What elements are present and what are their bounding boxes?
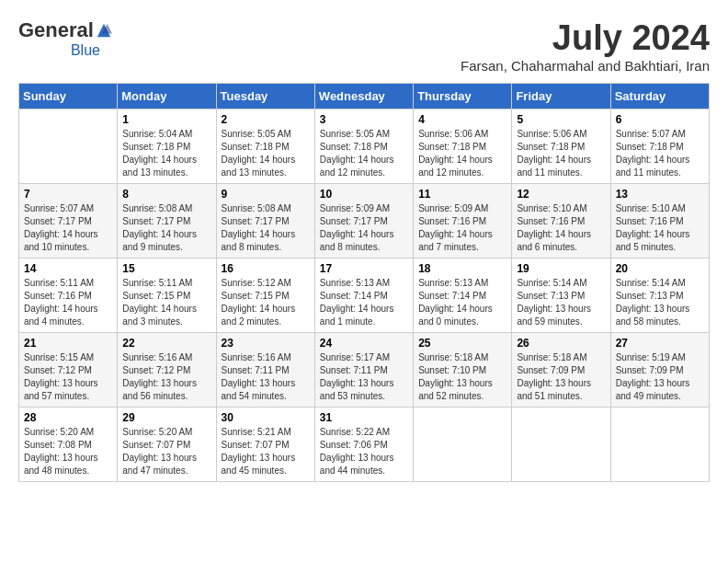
day-number: 10 (320, 188, 408, 201)
calendar-cell: 2Sunrise: 5:05 AM Sunset: 7:18 PM Daylig… (216, 109, 314, 184)
day-info: Sunrise: 5:12 AM Sunset: 7:15 PM Dayligh… (222, 277, 310, 328)
day-number: 6 (616, 113, 704, 126)
day-info: Sunrise: 5:19 AM Sunset: 7:09 PM Dayligh… (616, 351, 704, 403)
day-info: Sunrise: 5:22 AM Sunset: 7:06 PM Dayligh… (320, 426, 408, 477)
day-number: 18 (418, 262, 506, 275)
calendar-cell: 19Sunrise: 5:14 AM Sunset: 7:13 PM Dayli… (512, 259, 610, 333)
day-number: 2 (222, 113, 310, 126)
day-number: 9 (222, 188, 310, 201)
day-number: 23 (222, 337, 310, 350)
logo: General General Blue (18, 18, 112, 59)
calendar-cell: 6Sunrise: 5:07 AM Sunset: 7:18 PM Daylig… (610, 109, 709, 184)
calendar-cell (512, 408, 610, 482)
day-info: Sunrise: 5:09 AM Sunset: 7:17 PM Dayligh… (320, 202, 408, 254)
day-info: Sunrise: 5:07 AM Sunset: 7:18 PM Dayligh… (616, 128, 704, 179)
day-info: Sunrise: 5:06 AM Sunset: 7:18 PM Dayligh… (418, 128, 506, 179)
week-row-0: 1Sunrise: 5:04 AM Sunset: 7:18 PM Daylig… (19, 109, 710, 184)
calendar-cell: 17Sunrise: 5:13 AM Sunset: 7:14 PM Dayli… (314, 259, 413, 333)
day-info: Sunrise: 5:17 AM Sunset: 7:11 PM Dayligh… (320, 351, 408, 403)
day-info: Sunrise: 5:11 AM Sunset: 7:15 PM Dayligh… (122, 277, 210, 328)
day-info: Sunrise: 5:05 AM Sunset: 7:18 PM Dayligh… (320, 128, 408, 179)
calendar-cell (610, 408, 709, 482)
day-number: 20 (616, 262, 704, 275)
calendar-cell: 13Sunrise: 5:10 AM Sunset: 7:16 PM Dayli… (610, 184, 709, 259)
day-number: 26 (517, 337, 605, 350)
header-thursday: Thursday (414, 84, 512, 109)
calendar-cell: 3Sunrise: 5:05 AM Sunset: 7:18 PM Daylig… (314, 109, 413, 184)
day-info: Sunrise: 5:04 AM Sunset: 7:18 PM Dayligh… (122, 128, 210, 179)
page-header: General General Blue July 2024 Farsan, C… (18, 18, 710, 74)
calendar-cell: 7Sunrise: 5:07 AM Sunset: 7:17 PM Daylig… (19, 184, 118, 259)
week-row-3: 21Sunrise: 5:15 AM Sunset: 7:12 PM Dayli… (19, 333, 710, 408)
week-row-4: 28Sunrise: 5:20 AM Sunset: 7:08 PM Dayli… (19, 408, 710, 482)
calendar-cell: 4Sunrise: 5:06 AM Sunset: 7:18 PM Daylig… (414, 109, 512, 184)
day-number: 29 (122, 411, 210, 424)
calendar-cell: 29Sunrise: 5:20 AM Sunset: 7:07 PM Dayli… (118, 408, 216, 482)
day-number: 15 (122, 262, 210, 275)
day-number: 1 (122, 113, 210, 126)
calendar-cell: 26Sunrise: 5:18 AM Sunset: 7:09 PM Dayli… (512, 333, 610, 408)
day-info: Sunrise: 5:11 AM Sunset: 7:16 PM Dayligh… (24, 277, 112, 328)
day-info: Sunrise: 5:08 AM Sunset: 7:17 PM Dayligh… (222, 202, 310, 254)
day-number: 17 (320, 262, 408, 275)
day-number: 30 (222, 411, 310, 424)
header-wednesday: Wednesday (314, 84, 413, 109)
day-number: 19 (517, 262, 605, 275)
calendar-cell: 22Sunrise: 5:16 AM Sunset: 7:12 PM Dayli… (118, 333, 216, 408)
day-number: 13 (616, 188, 704, 201)
calendar-header-row: SundayMondayTuesdayWednesdayThursdayFrid… (19, 84, 710, 109)
calendar-table: SundayMondayTuesdayWednesdayThursdayFrid… (18, 83, 710, 482)
calendar-cell: 8Sunrise: 5:08 AM Sunset: 7:17 PM Daylig… (118, 184, 216, 259)
day-info: Sunrise: 5:20 AM Sunset: 7:07 PM Dayligh… (122, 426, 210, 477)
day-info: Sunrise: 5:10 AM Sunset: 7:16 PM Dayligh… (517, 202, 605, 254)
day-info: Sunrise: 5:14 AM Sunset: 7:13 PM Dayligh… (616, 277, 704, 328)
day-number: 31 (320, 411, 408, 424)
logo-general: General (18, 18, 94, 42)
calendar-cell: 28Sunrise: 5:20 AM Sunset: 7:08 PM Dayli… (19, 408, 118, 482)
calendar-cell: 24Sunrise: 5:17 AM Sunset: 7:11 PM Dayli… (314, 333, 413, 408)
calendar-cell: 10Sunrise: 5:09 AM Sunset: 7:17 PM Dayli… (314, 184, 413, 259)
header-friday: Friday (512, 84, 610, 109)
logo-blue: Blue (71, 42, 100, 59)
day-info: Sunrise: 5:07 AM Sunset: 7:17 PM Dayligh… (24, 202, 112, 254)
day-info: Sunrise: 5:18 AM Sunset: 7:09 PM Dayligh… (517, 351, 605, 403)
day-info: Sunrise: 5:10 AM Sunset: 7:16 PM Dayligh… (616, 202, 704, 254)
month-title: July 2024 (461, 18, 710, 58)
day-number: 24 (320, 337, 408, 350)
calendar-cell: 16Sunrise: 5:12 AM Sunset: 7:15 PM Dayli… (216, 259, 314, 333)
calendar-cell: 11Sunrise: 5:09 AM Sunset: 7:16 PM Dayli… (414, 184, 512, 259)
day-info: Sunrise: 5:13 AM Sunset: 7:14 PM Dayligh… (418, 277, 506, 328)
day-number: 22 (122, 337, 210, 350)
calendar-cell: 23Sunrise: 5:16 AM Sunset: 7:11 PM Dayli… (216, 333, 314, 408)
calendar-cell: 5Sunrise: 5:06 AM Sunset: 7:18 PM Daylig… (512, 109, 610, 184)
day-info: Sunrise: 5:18 AM Sunset: 7:10 PM Dayligh… (418, 351, 506, 403)
day-info: Sunrise: 5:14 AM Sunset: 7:13 PM Dayligh… (517, 277, 605, 328)
day-info: Sunrise: 5:09 AM Sunset: 7:16 PM Dayligh… (418, 202, 506, 254)
week-row-1: 7Sunrise: 5:07 AM Sunset: 7:17 PM Daylig… (19, 184, 710, 259)
day-number: 14 (24, 262, 112, 275)
calendar-cell: 30Sunrise: 5:21 AM Sunset: 7:07 PM Dayli… (216, 408, 314, 482)
day-number: 5 (517, 113, 605, 126)
calendar-cell: 25Sunrise: 5:18 AM Sunset: 7:10 PM Dayli… (414, 333, 512, 408)
calendar-cell: 18Sunrise: 5:13 AM Sunset: 7:14 PM Dayli… (414, 259, 512, 333)
day-info: Sunrise: 5:20 AM Sunset: 7:08 PM Dayligh… (24, 426, 112, 477)
day-info: Sunrise: 5:05 AM Sunset: 7:18 PM Dayligh… (222, 128, 310, 179)
day-number: 7 (24, 188, 112, 201)
day-info: Sunrise: 5:06 AM Sunset: 7:18 PM Dayligh… (517, 128, 605, 179)
day-info: Sunrise: 5:16 AM Sunset: 7:11 PM Dayligh… (222, 351, 310, 403)
calendar-cell: 21Sunrise: 5:15 AM Sunset: 7:12 PM Dayli… (19, 333, 118, 408)
day-number: 21 (24, 337, 112, 350)
day-number: 4 (418, 113, 506, 126)
day-number: 8 (122, 188, 210, 201)
day-number: 28 (24, 411, 112, 424)
calendar-cell (414, 408, 512, 482)
calendar-cell (19, 109, 118, 184)
day-info: Sunrise: 5:21 AM Sunset: 7:07 PM Dayligh… (222, 426, 310, 477)
week-row-2: 14Sunrise: 5:11 AM Sunset: 7:16 PM Dayli… (19, 259, 710, 333)
calendar-cell: 12Sunrise: 5:10 AM Sunset: 7:16 PM Dayli… (512, 184, 610, 259)
day-number: 16 (222, 262, 310, 275)
day-info: Sunrise: 5:15 AM Sunset: 7:12 PM Dayligh… (24, 351, 112, 403)
subtitle: Farsan, Chaharmahal and Bakhtiari, Iran (461, 58, 710, 74)
day-info: Sunrise: 5:16 AM Sunset: 7:12 PM Dayligh… (122, 351, 210, 403)
logo-icon (96, 22, 112, 39)
